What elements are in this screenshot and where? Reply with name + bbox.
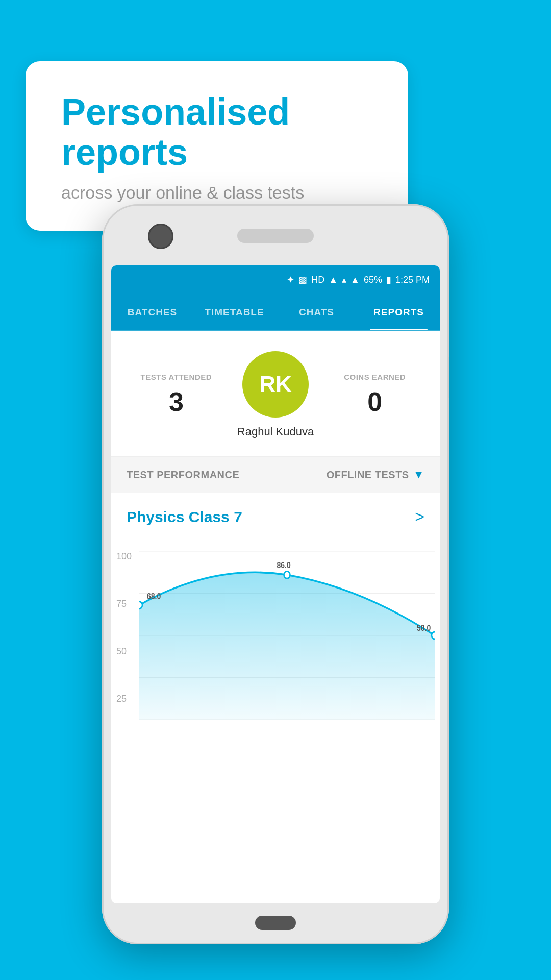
- data-point-2: [432, 632, 435, 639]
- data-point-0: [139, 602, 142, 609]
- coins-earned-value: 0: [325, 386, 424, 417]
- vibrate-icon: ▩: [298, 274, 307, 285]
- tab-batches[interactable]: BATCHES: [111, 294, 193, 330]
- time-display: 1:25 PM: [395, 275, 430, 285]
- network-icon: ▲: [350, 275, 360, 285]
- coins-earned-block: COINS EARNED 0: [325, 373, 424, 417]
- label-2: 50.0: [417, 623, 431, 632]
- y-label-50: 50: [116, 646, 132, 657]
- tests-attended-value: 3: [127, 386, 226, 417]
- phone-home-button: [255, 916, 296, 930]
- y-label-100: 100: [116, 551, 132, 562]
- bluetooth-icon: ✦: [287, 274, 294, 285]
- tooltip-subtitle: across your online & class tests: [61, 183, 372, 203]
- battery-icon: ▮: [386, 274, 391, 285]
- y-label-75: 75: [116, 599, 132, 609]
- chart-area: 100 75 50 25: [111, 541, 440, 735]
- performance-label: TEST PERFORMANCE: [127, 469, 239, 481]
- phone-mockup: ✦ ▩ HD ▲ ▴ ▲ 65% ▮ 1:25 PM BATCHES TIMET…: [102, 204, 449, 944]
- tests-attended-block: TESTS ATTENDED 3: [127, 373, 226, 417]
- chart-y-labels: 100 75 50 25: [116, 551, 132, 704]
- profile-section: TESTS ATTENDED 3 RK Raghul Kuduva COINS …: [111, 331, 440, 457]
- tooltip-title: Personalised reports: [61, 92, 372, 173]
- avatar-container: RK Raghul Kuduva: [226, 351, 325, 438]
- phone-camera: [148, 224, 173, 249]
- phone-screen: ✦ ▩ HD ▲ ▴ ▲ 65% ▮ 1:25 PM BATCHES TIMET…: [111, 265, 440, 903]
- side-button-right: [448, 357, 449, 398]
- class-name: Physics Class 7: [127, 508, 242, 526]
- tab-timetable[interactable]: TIMETABLE: [193, 294, 276, 330]
- chart-svg-container: 68.0 86.0 50.0: [139, 551, 435, 720]
- tab-chats[interactable]: CHATS: [276, 294, 358, 330]
- status-bar: ✦ ▩ HD ▲ ▴ ▲ 65% ▮ 1:25 PM: [111, 265, 440, 294]
- offline-tests-filter[interactable]: OFFLINE TESTS ▼: [327, 468, 424, 481]
- y-label-25: 25: [116, 694, 132, 704]
- label-1: 86.0: [277, 560, 291, 570]
- phone-outer: ✦ ▩ HD ▲ ▴ ▲ 65% ▮ 1:25 PM BATCHES TIMET…: [102, 204, 449, 944]
- performance-header: TEST PERFORMANCE OFFLINE TESTS ▼: [111, 457, 440, 493]
- signal-icon: ▲: [329, 275, 338, 285]
- tests-attended-label: TESTS ATTENDED: [127, 373, 226, 381]
- coins-earned-label: COINS EARNED: [325, 373, 424, 381]
- wifi-icon: ▴: [342, 274, 346, 285]
- chevron-down-icon: ▼: [413, 468, 424, 481]
- tab-reports[interactable]: REPORTS: [358, 294, 440, 330]
- phone-speaker: [237, 229, 314, 243]
- hd-label: HD: [311, 275, 324, 285]
- avatar: RK: [242, 351, 309, 418]
- avatar-name: Raghul Kuduva: [237, 425, 314, 438]
- nav-tabs: BATCHES TIMETABLE CHATS REPORTS: [111, 294, 440, 331]
- data-point-1: [284, 571, 290, 578]
- label-0: 68.0: [147, 592, 161, 601]
- chevron-right-icon: >: [415, 507, 424, 526]
- class-row[interactable]: Physics Class 7 >: [111, 493, 440, 541]
- battery-percent: 65%: [364, 275, 382, 285]
- line-chart: 68.0 86.0 50.0: [139, 551, 435, 720]
